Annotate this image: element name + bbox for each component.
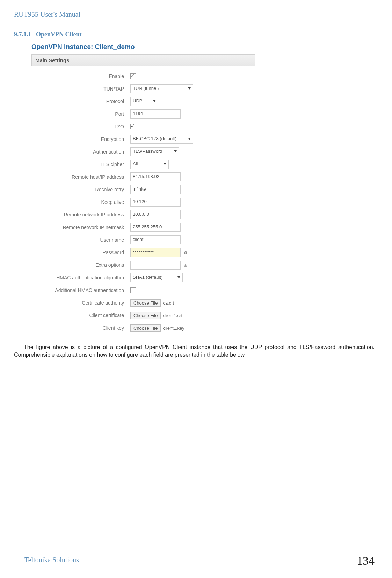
tuntap-select[interactable]: TUN (tunnel) [130,84,193,93]
label-protocol: Protocol [31,99,130,104]
tuntap-value: TUN (tunnel) [133,86,159,91]
label-remote-host: Remote host/IP address [31,174,130,180]
choose-file-cert-button[interactable]: Choose File [130,312,161,319]
chevron-down-icon [188,138,191,140]
remote-net-mask-input[interactable]: 255.255.255.0 [130,223,181,232]
chevron-down-icon [188,87,191,90]
chevron-down-icon [177,276,180,278]
encryption-value: BF-CBC 128 (default) [133,136,176,141]
label-keep-alive: Keep alive [31,199,130,205]
enable-checkbox[interactable] [130,73,136,79]
extra-options-input[interactable] [130,261,181,270]
hmac-alg-select[interactable]: SHA1 (default) [130,273,183,282]
label-resolve-retry: Resolve retry [31,187,130,192]
label-tls-cipher: TLS cipher [31,162,130,167]
section-title: OpenVPN Client [36,31,82,38]
body-paragraph: The figure above is a picture of a confi… [14,343,375,359]
lzo-checkbox[interactable] [130,124,136,129]
label-client-cert: Client certificate [31,313,130,318]
ca-filename: ca.crt [163,300,174,306]
client-cert-filename: client1.crt [163,313,182,318]
chevron-down-icon [174,150,177,152]
keep-alive-input[interactable]: 10 120 [130,198,181,207]
choose-file-ca-button[interactable]: Choose File [130,299,161,307]
label-client-key: Client key [31,325,130,331]
screenshot-title: OpenVPN Instance: Client_demo [31,42,255,54]
port-input[interactable]: 1194 [130,109,181,119]
client-key-filename: client1.key [163,326,184,331]
protocol-value: UDP [133,98,142,104]
label-tuntap: TUN/TAP [31,86,130,92]
label-hmac-alg: HMAC authentication algorithm [31,275,130,280]
section-number: 9.7.1.1 [14,31,31,38]
auth-select[interactable]: TLS/Password [130,147,179,156]
label-port: Port [31,111,130,117]
label-remote-net-mask: Remote network IP netmask [31,224,130,230]
footer-divider [14,550,375,550]
screenshot-block: OpenVPN Instance: Client_demo Main Setti… [31,42,255,334]
password-input[interactable]: ••••••••••• [130,248,181,257]
settings-form: Enable TUN/TAP TUN (tunnel) Protocol UDP… [31,66,255,334]
section-heading: 9.7.1.1 OpenVPN Client [14,31,375,38]
remote-host-input[interactable]: 84.15.198.92 [130,172,181,181]
label-auth: Authentication [31,149,130,155]
panel-header: Main Settings [31,54,255,66]
label-enable: Enable [31,73,130,79]
tls-cipher-value: All [133,161,138,166]
choose-file-key-button[interactable]: Choose File [130,324,161,332]
footer-left: Teltonika Solutions [24,556,79,564]
header-divider [14,20,375,20]
auth-value: TLS/Password [133,149,162,154]
chevron-down-icon [164,163,166,165]
label-lzo: LZO [31,124,130,129]
add-icon[interactable]: ⊞ [183,262,188,268]
label-username: User name [31,237,130,243]
encryption-select[interactable]: BF-CBC 128 (default) [130,135,193,144]
chevron-down-icon [153,100,156,102]
tls-cipher-select[interactable]: All [130,160,169,169]
add-hmac-checkbox[interactable] [130,287,136,293]
label-ca: Certificate authority [31,300,130,306]
label-password: Password [31,250,130,255]
protocol-select[interactable]: UDP [130,97,158,106]
label-encryption: Encryption [31,136,130,142]
label-remote-net-ip: Remote network IP address [31,212,130,217]
doc-header: RUT955 User's Manual [14,10,375,19]
label-extra: Extra options [31,262,130,268]
remote-net-ip-input[interactable]: 10.0.0.0 [130,210,181,219]
label-add-hmac: Additional HMAC authentication [31,287,130,293]
reveal-password-icon[interactable]: ø [183,250,188,255]
hmac-alg-value: SHA1 (default) [133,274,162,280]
username-input[interactable]: client [130,235,181,244]
page-number: 134 [357,554,375,568]
resolve-retry-input[interactable]: infinite [130,185,181,194]
